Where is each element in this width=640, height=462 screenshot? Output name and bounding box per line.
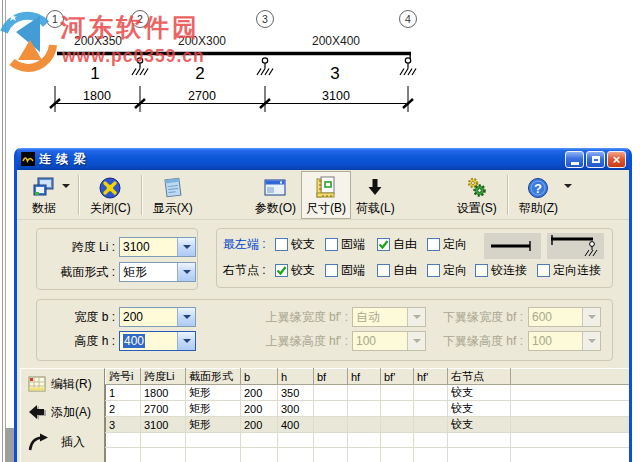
beam-end-preview-hinged[interactable] bbox=[547, 233, 604, 259]
toolbar-size-button[interactable]: 尺寸(B) bbox=[301, 171, 351, 219]
right-node-hinged-checkbox[interactable]: 铰支 bbox=[275, 262, 315, 279]
checkbox-box[interactable] bbox=[377, 238, 390, 251]
section-value: 矩形 bbox=[120, 263, 177, 281]
right-node-free-checkbox[interactable]: 自由 bbox=[377, 262, 417, 279]
add-icon bbox=[27, 402, 47, 422]
left-end-free-checkbox[interactable]: 自由 bbox=[377, 236, 417, 253]
table-cell: 1800 bbox=[141, 385, 186, 401]
edit-button[interactable]: 编辑(R) bbox=[27, 374, 92, 394]
height-value: 400 bbox=[123, 334, 145, 348]
screen: 1 2 3 4 200X350 200X300 200X400 bbox=[0, 0, 640, 462]
column-header: 跨度Li bbox=[141, 369, 186, 385]
table-cell bbox=[186, 433, 241, 448]
table-row[interactable]: 11800矩形200350 铰支 bbox=[106, 385, 630, 401]
action-panel: 编辑(R) 添加(A) 插入 bbox=[20, 368, 105, 462]
table-row[interactable]: 33100矩形200400 铰支 bbox=[106, 417, 630, 433]
height-combo-arrow[interactable] bbox=[177, 332, 195, 350]
table-cell bbox=[141, 433, 186, 448]
svg-text:3: 3 bbox=[330, 64, 339, 83]
checkbox-box[interactable] bbox=[537, 264, 550, 277]
table-row[interactable] bbox=[106, 433, 630, 448]
top-flange-width-label: 上翼缘宽度 bf' : bbox=[246, 307, 348, 327]
checkbox-box[interactable] bbox=[325, 238, 338, 251]
insert-button[interactable]: 插入 bbox=[27, 432, 85, 452]
toolbar-separator bbox=[141, 175, 143, 215]
toolbar-help-button[interactable]: ? 帮助(Z) bbox=[514, 171, 563, 219]
table-cell bbox=[448, 448, 511, 462]
checkbox-box[interactable] bbox=[427, 238, 440, 251]
right-node-directional-checkbox[interactable]: 定向 bbox=[427, 262, 467, 279]
bottom-flange-height-label: 下翼缘高度 hf : bbox=[423, 331, 523, 351]
checkbox-box[interactable] bbox=[427, 264, 440, 277]
help-icon: ? bbox=[526, 174, 550, 200]
checkbox-box[interactable] bbox=[377, 264, 390, 277]
toolbar-size-label: 尺寸(B) bbox=[306, 200, 346, 217]
close-tool-icon bbox=[98, 174, 122, 200]
section-label: 截面形式 : bbox=[39, 262, 115, 282]
top-flange-height-combobox: 100 bbox=[352, 331, 426, 351]
table-cell bbox=[511, 401, 630, 417]
table-cell: 300 bbox=[278, 401, 314, 417]
section-combo-arrow[interactable] bbox=[177, 263, 195, 281]
data-dropdown-icon[interactable] bbox=[62, 184, 70, 188]
table-cell: 400 bbox=[278, 417, 314, 433]
close-button[interactable]: × bbox=[607, 151, 626, 168]
toolbar-data-button[interactable]: 数据 bbox=[27, 171, 61, 219]
width-combobox[interactable]: 200 bbox=[119, 307, 196, 327]
check-icon bbox=[378, 239, 389, 250]
help-dropdown-icon[interactable] bbox=[564, 184, 572, 188]
left-end-hinged-checkbox[interactable]: 铰支 bbox=[275, 236, 315, 253]
span-combobox[interactable]: 3100 bbox=[119, 237, 196, 257]
right-node-directional-link-checkbox[interactable]: 定向连接 bbox=[537, 262, 601, 279]
checkbox-box[interactable] bbox=[275, 264, 288, 277]
toolbar-display-button[interactable]: 显示(X) bbox=[148, 171, 198, 219]
toolbar-load-button[interactable]: 荷载(L) bbox=[351, 171, 400, 219]
span-combo-arrow[interactable] bbox=[177, 238, 195, 256]
column-header: b bbox=[241, 369, 278, 385]
right-node-hinge-link-checkbox[interactable]: 铰连接 bbox=[475, 262, 527, 279]
beam-end-preview-free[interactable] bbox=[484, 233, 541, 259]
column-header: 跨号i bbox=[106, 369, 141, 385]
insert-label: 插入 bbox=[61, 434, 85, 451]
table-cell bbox=[414, 433, 448, 448]
toolbar-close-button[interactable]: 关闭(C) bbox=[85, 171, 136, 219]
window-title: 连 续 梁 bbox=[39, 151, 563, 168]
table-cell bbox=[381, 433, 414, 448]
right-node-fixed-checkbox[interactable]: 固端 bbox=[325, 262, 365, 279]
table-cell bbox=[381, 417, 414, 433]
column-header: bf bbox=[314, 369, 348, 385]
left-end-directional-checkbox[interactable]: 定向 bbox=[427, 236, 467, 253]
checkbox-box[interactable] bbox=[275, 238, 288, 251]
table-cell: 1 bbox=[106, 385, 141, 401]
svg-text:河东软件园: 河东软件园 bbox=[59, 13, 200, 41]
section-combobox[interactable]: 矩形 bbox=[119, 262, 196, 282]
column-header bbox=[511, 369, 630, 385]
titlebar[interactable]: 连 续 梁 × bbox=[17, 148, 629, 170]
checkbox-box[interactable] bbox=[475, 264, 488, 277]
bottom-flange-height-value: 100 bbox=[529, 332, 582, 350]
svg-text:3100: 3100 bbox=[322, 89, 350, 103]
toolbar-settings-button[interactable]: 设置(S) bbox=[452, 171, 502, 219]
add-button[interactable]: 添加(A) bbox=[27, 402, 91, 422]
table-cell bbox=[106, 448, 141, 462]
combo-arrow bbox=[582, 308, 600, 326]
table-row[interactable]: 22700矩形200300 铰支 bbox=[106, 401, 630, 417]
size-icon bbox=[314, 174, 338, 200]
height-label: 高度 h : bbox=[39, 331, 115, 351]
column-header: bf' bbox=[381, 369, 414, 385]
maximize-button[interactable] bbox=[586, 151, 605, 168]
span-numbers: 1 2 3 bbox=[90, 64, 339, 83]
left-end-fixed-checkbox[interactable]: 固端 bbox=[325, 236, 365, 253]
toolbar-help-label: 帮助(Z) bbox=[519, 200, 558, 217]
height-combobox[interactable]: 400 bbox=[119, 331, 196, 351]
end-conditions-groupbox: 最左端 : 铰支 固端 自由 bbox=[216, 228, 613, 288]
table-cell bbox=[511, 433, 630, 448]
toolbar-params-button[interactable]: 参数(O) bbox=[250, 171, 301, 219]
insert-icon bbox=[27, 432, 49, 452]
table-cell bbox=[511, 448, 630, 462]
width-combo-arrow[interactable] bbox=[177, 308, 195, 326]
right-node-label: 右节点 : bbox=[223, 260, 275, 280]
minimize-button[interactable] bbox=[565, 151, 584, 168]
checkbox-box[interactable] bbox=[325, 264, 338, 277]
table-row[interactable] bbox=[106, 448, 630, 462]
